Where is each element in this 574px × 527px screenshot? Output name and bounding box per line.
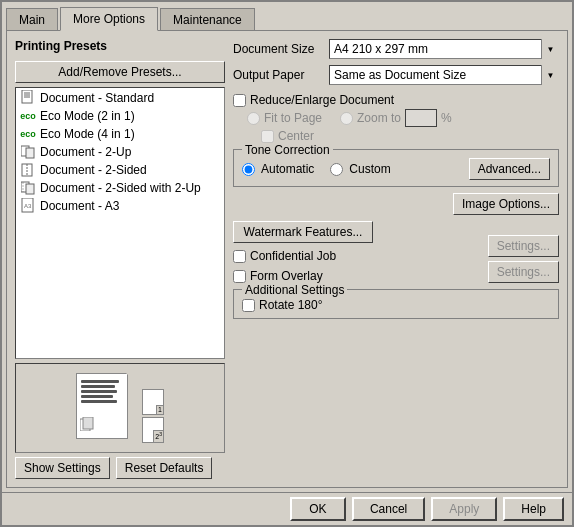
settings-button-2[interactable]: Settings... — [488, 261, 559, 283]
eco-icon: eco — [20, 108, 36, 124]
output-paper-row: Output Paper Same as Document Size ▼ — [233, 65, 559, 85]
svg-text:A3: A3 — [24, 203, 32, 209]
fit-zoom-row: Fit to Page Zoom to % — [247, 109, 559, 127]
automatic-radio[interactable] — [242, 163, 255, 176]
center-label: Center — [278, 129, 314, 143]
sided-icon — [20, 162, 36, 178]
list-item[interactable]: Document - 2-Up — [17, 143, 223, 161]
printing-presets-label: Printing Presets — [15, 39, 225, 53]
tone-correction-label: Tone Correction — [242, 143, 333, 157]
show-reset-row: Show Settings Reset Defaults — [15, 457, 225, 479]
advanced-button[interactable]: Advanced... — [469, 158, 550, 180]
document-size-select[interactable]: A4 210 x 297 mm — [329, 39, 559, 59]
ok-button[interactable]: OK — [290, 497, 346, 521]
additional-settings-group: Additional Settings Rotate 180° — [233, 289, 559, 319]
left-buttons: Watermark Features... Confidential Job F… — [233, 221, 482, 283]
output-paper-label: Output Paper — [233, 68, 323, 82]
help-button[interactable]: Help — [503, 497, 564, 521]
cancel-button[interactable]: Cancel — [352, 497, 425, 521]
list-item[interactable]: eco Eco Mode (4 in 1) — [17, 125, 223, 143]
svg-rect-14 — [83, 417, 93, 429]
a3-icon: A3 — [20, 198, 36, 214]
tab-bar: Main More Options Maintenance — [2, 2, 572, 30]
custom-label: Custom — [349, 162, 390, 176]
output-paper-select[interactable]: Same as Document Size — [329, 65, 559, 85]
right-settings-buttons: Settings... Settings... — [488, 221, 559, 283]
fit-to-page-radio[interactable] — [247, 112, 260, 125]
tone-correction-group: Tone Correction Automatic Custom Advance… — [233, 149, 559, 187]
form-overlay-row: Form Overlay — [233, 269, 482, 283]
list-item[interactable]: Document - 2-Sided — [17, 161, 223, 179]
rotate-180-row: Rotate 180° — [242, 298, 550, 312]
list-item[interactable]: A3 Document - A3 — [17, 197, 223, 215]
center-checkbox[interactable] — [261, 130, 274, 143]
reset-defaults-button[interactable]: Reset Defaults — [116, 457, 213, 479]
list-item[interactable]: Document - 2-Sided with 2-Up — [17, 179, 223, 197]
tab-main[interactable]: Main — [6, 8, 58, 32]
reduce-enlarge-checkbox[interactable] — [233, 94, 246, 107]
reduce-enlarge-row: Reduce/Enlarge Document — [233, 93, 559, 107]
image-options-row: Image Options... — [233, 193, 559, 215]
fit-to-page-label: Fit to Page — [264, 111, 322, 125]
zoom-value-input[interactable] — [405, 109, 437, 127]
preview-content: 1 23 — [76, 373, 164, 443]
tab-more-options[interactable]: More Options — [60, 7, 158, 31]
custom-radio[interactable] — [330, 163, 343, 176]
settings-button-1[interactable]: Settings... — [488, 235, 559, 257]
reduce-enlarge-label: Reduce/Enlarge Document — [250, 93, 394, 107]
center-row: Center — [261, 129, 559, 143]
output-paper-select-wrapper: Same as Document Size ▼ — [329, 65, 559, 85]
mini-pages: 1 23 — [142, 389, 164, 443]
preview-box: 1 23 — [15, 363, 225, 453]
apply-button[interactable]: Apply — [431, 497, 497, 521]
list-item[interactable]: eco Eco Mode (2 in 1) — [17, 107, 223, 125]
doc-icon — [20, 90, 36, 106]
watermark-features-button[interactable]: Watermark Features... — [233, 221, 373, 243]
add-remove-presets-button[interactable]: Add/Remove Presets... — [15, 61, 225, 83]
rotate-180-checkbox[interactable] — [242, 299, 255, 312]
zoom-unit: % — [441, 111, 452, 125]
image-options-button[interactable]: Image Options... — [453, 193, 559, 215]
form-overlay-checkbox[interactable] — [233, 270, 246, 283]
preset-list: Document - Standard eco Eco Mode (2 in 1… — [15, 87, 225, 359]
2up-icon — [20, 144, 36, 160]
preview-paper — [76, 373, 134, 443]
show-settings-button[interactable]: Show Settings — [15, 457, 110, 479]
zoom-to-radio[interactable] — [340, 112, 353, 125]
sided2up-icon — [20, 180, 36, 196]
reduce-enlarge-section: Reduce/Enlarge Document Fit to Page Zoom… — [233, 91, 559, 143]
right-panel: Document Size A4 210 x 297 mm ▼ Output P… — [233, 39, 559, 479]
svg-rect-9 — [26, 184, 34, 194]
list-item[interactable]: Document - Standard — [17, 89, 223, 107]
eco-icon: eco — [20, 126, 36, 142]
confidential-job-checkbox[interactable] — [233, 250, 246, 263]
confidential-job-row: Confidential Job — [233, 249, 482, 263]
document-size-row: Document Size A4 210 x 297 mm ▼ — [233, 39, 559, 59]
additional-settings-label: Additional Settings — [242, 283, 347, 297]
document-size-label: Document Size — [233, 42, 323, 56]
document-size-select-wrapper: A4 210 x 297 mm ▼ — [329, 39, 559, 59]
tone-inner: Automatic Custom Advanced... — [242, 158, 550, 180]
bottom-bar: OK Cancel Apply Help — [2, 492, 572, 525]
form-overlay-label: Form Overlay — [250, 269, 323, 283]
svg-rect-5 — [26, 148, 34, 158]
confidential-job-label: Confidential Job — [250, 249, 336, 263]
automatic-label: Automatic — [261, 162, 314, 176]
watermark-section: Watermark Features... Confidential Job F… — [233, 221, 559, 283]
tab-maintenance[interactable]: Maintenance — [160, 8, 255, 32]
rotate-180-label: Rotate 180° — [259, 298, 323, 312]
zoom-to-label: Zoom to — [357, 111, 401, 125]
content-area: Printing Presets Add/Remove Presets... D… — [6, 30, 568, 488]
left-panel: Printing Presets Add/Remove Presets... D… — [15, 39, 225, 479]
